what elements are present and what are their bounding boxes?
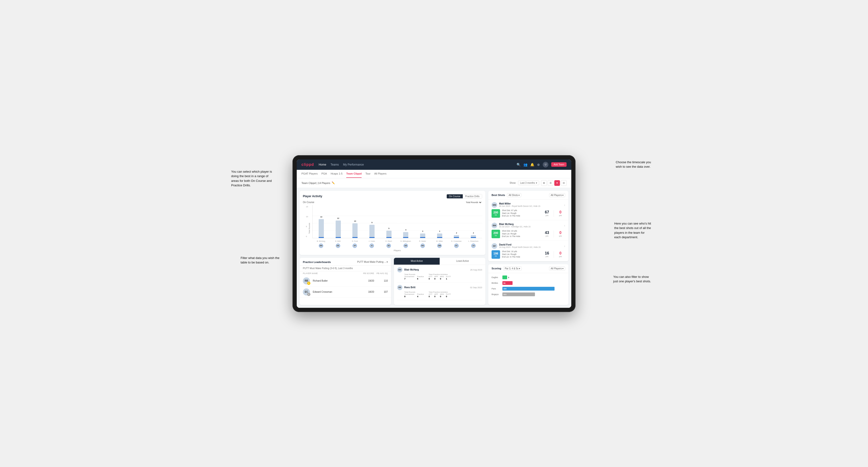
shot-player-info-1: Matt Miller 09 Jun 2023 · Royal North De… xyxy=(499,203,562,207)
sub-nav: PGAT Players PGA Hcaps 1-5 Team Clippd T… xyxy=(297,170,571,178)
tab-tour[interactable]: Tour xyxy=(365,170,370,178)
shot-item-1[interactable]: MM Matt Miller 09 Jun 2023 · Royal North… xyxy=(488,200,568,220)
score-bar-bogeys: 311 xyxy=(502,292,565,296)
avatar-rbutler[interactable]: RB xyxy=(415,244,431,248)
practice-row-2[interactable]: EC 2 Edward Crossman 18/20 107 xyxy=(300,286,391,298)
nav-teams[interactable]: Teams xyxy=(331,162,339,167)
chart-label: On Course xyxy=(303,201,314,204)
avatar-ebritt[interactable]: EB xyxy=(330,244,346,248)
bar-jcoles: 9 xyxy=(369,225,375,238)
active-date-1: 26 Aug 2023 xyxy=(470,269,482,271)
practice-filter-dropdown[interactable]: PUTT Must Make Putting ... ▾ xyxy=(357,261,388,263)
scoring-filter-2[interactable]: All Players ▾ xyxy=(549,267,565,271)
chevron-down-icon: ▾ xyxy=(562,267,563,270)
tablet-frame: clippd Home Teams My Performance 🔍 👥 🔔 ⊕… xyxy=(292,155,576,312)
tab-pga[interactable]: PGA xyxy=(321,170,327,178)
nav-home[interactable]: Home xyxy=(319,162,326,167)
nav-logo: clippd xyxy=(302,162,314,167)
edit-icon[interactable]: ✏️ xyxy=(332,181,335,184)
scoring-card: Scoring Par 3, 4 & 5s ▾ All Players ▾ xyxy=(488,264,568,305)
bar-group-lrobertson: 2 xyxy=(466,235,481,238)
score-bar-birdies: 96 xyxy=(502,281,565,285)
tab-all-players[interactable]: All Players xyxy=(374,170,386,178)
shot-details-3: 198 SG Shot Dist: 16 ydsStart Lie: Rough… xyxy=(492,250,565,259)
shot-chevron-2[interactable]: › xyxy=(564,224,565,227)
view-list-icon[interactable]: ☰ xyxy=(548,180,553,186)
avatar-jcoles[interactable]: JC xyxy=(364,244,379,248)
people-icon[interactable]: 👥 xyxy=(523,163,527,166)
shot-item-2[interactable]: BM Blair McHarg 23 Jul 2023 · Ashridge G… xyxy=(488,220,568,241)
bar-group-dford: 10 xyxy=(347,223,363,238)
bar-group-gbillingham: 4 xyxy=(398,232,414,238)
avatar-ecrossman[interactable]: EC xyxy=(448,244,464,248)
view-card-icon[interactable]: ♥ xyxy=(554,180,560,186)
user-avatar[interactable]: U xyxy=(543,162,549,167)
x-label-rbutler: R. Butler xyxy=(415,240,431,242)
toggle-on-course[interactable]: On Course xyxy=(447,194,463,198)
player-score-1: 19/20 xyxy=(362,280,374,282)
tab-least-active[interactable]: Least Active xyxy=(440,258,486,264)
tab-most-active[interactable]: Most Active xyxy=(394,258,440,264)
bar-group-ecrossman: 2 xyxy=(449,235,464,238)
avatar-lrobertson[interactable]: LR xyxy=(466,244,481,248)
avatar-bmcharg[interactable]: BM xyxy=(313,244,329,248)
active-name-1: Blair McHarg xyxy=(404,269,468,271)
chart-dropdown[interactable]: Total Rounds xyxy=(465,201,482,204)
sc-title: Scoring xyxy=(492,267,501,270)
score-row-pars: Pars 499 xyxy=(492,287,565,290)
shot-avatar-1: MM xyxy=(492,202,497,208)
nav-my-performance[interactable]: My Performance xyxy=(343,162,364,167)
annotation-bottom-left: Filter what data you wish thetable to be… xyxy=(241,256,280,265)
toggle-practice-drills[interactable]: Practice Drills xyxy=(463,194,482,198)
chart-wrapper: Total Rounds 15 10 5 xyxy=(303,205,482,252)
practice-row-1[interactable]: RB 1 Richard Butler 19/20 110 xyxy=(300,276,391,286)
avatar-dford[interactable]: DF xyxy=(347,244,363,248)
avatar-mmiller[interactable]: MM xyxy=(432,244,447,248)
shot-badge-2: 200 SG xyxy=(492,230,500,238)
shot-details-2: 200 SG Shot Dist: 43 ydsStart Lie: Rough… xyxy=(492,230,565,238)
view-grid-icon[interactable]: ⊞ xyxy=(541,180,547,186)
bar-group-rbutler: 3 xyxy=(415,234,431,238)
tab-pgat-players[interactable]: PGAT Players xyxy=(302,170,318,178)
score-row-birdies: Birdies 96 xyxy=(492,281,565,285)
shot-badge-3: 198 SG xyxy=(492,250,500,259)
active-name-2: Rees Britt xyxy=(404,286,468,289)
x-label-dford: D. Ford xyxy=(347,240,363,242)
tab-hcaps[interactable]: Hcaps 1-5 xyxy=(331,170,342,178)
bar-ecrossman: 2 xyxy=(454,235,459,238)
rank-badge-2: 2 xyxy=(307,293,310,296)
x-label-ecrossman: E. Crossman xyxy=(448,240,464,242)
avatar-eebert[interactable]: EE xyxy=(381,244,397,248)
view-settings-icon[interactable]: ⊟ xyxy=(561,180,566,186)
x-label-jcoles: J. Coles xyxy=(364,240,379,242)
all-players-filter[interactable]: All Players ▾ xyxy=(549,193,565,197)
plus-circle-icon[interactable]: ⊕ xyxy=(537,163,540,166)
bar-ebritt: 12 xyxy=(336,220,341,238)
tab-team-clippd[interactable]: Team Clippd xyxy=(346,170,362,178)
avatar-gbillingham[interactable]: GB xyxy=(398,244,413,248)
bell-icon[interactable]: 🔔 xyxy=(530,163,534,166)
scoring-filter-1[interactable]: Par 3, 4 & 5s ▾ xyxy=(503,267,522,271)
show-dropdown[interactable]: Last 3 months ▾ xyxy=(518,181,539,185)
x-label-eebert: E. Ebert xyxy=(381,240,397,242)
bar-group-jcoles: 9 xyxy=(364,225,380,238)
active-stats-2: Total Rounds Tournament8 Practice4 Total… xyxy=(397,291,482,298)
practice-header: Practice Leaderboards PUTT Must Make Put… xyxy=(300,258,391,266)
team-show: Show: Last 3 months ▾ ⊞ ☰ ♥ ⊟ xyxy=(509,180,566,186)
shot-item-3[interactable]: DF David Ford 24 Aug 2023 · Royal North … xyxy=(488,241,568,261)
bar-eebert: 5 xyxy=(386,231,392,238)
shot-chevron-1[interactable]: › xyxy=(564,203,565,207)
shot-chevron-3[interactable]: › xyxy=(564,244,565,248)
activity-content: BM Blair McHarg 26 Aug 2023 Total Rounds xyxy=(394,265,486,305)
shot-desc-1: Shot Dist: 67 ydsStart Lie: RoughEnd Lie… xyxy=(502,209,540,218)
add-team-button[interactable]: Add Team xyxy=(551,162,566,167)
shot-player-row-1: MM Matt Miller 09 Jun 2023 · Royal North… xyxy=(492,202,565,208)
search-icon[interactable]: 🔍 xyxy=(517,163,521,166)
all-shots-filter[interactable]: All Shots ▾ xyxy=(507,193,521,197)
score-bar-pars: 499 xyxy=(502,287,565,290)
left-col: Player Activity On Course Practice Drill… xyxy=(300,191,486,305)
shot-player-info-2: Blair McHarg 23 Jul 2023 · Ashridge GC, … xyxy=(499,223,562,228)
y-axis-title: Total Rounds xyxy=(308,223,310,234)
x-label-lrobertson: L. Robertson xyxy=(466,240,481,242)
player-name-2: Edward Crossman xyxy=(313,290,361,293)
